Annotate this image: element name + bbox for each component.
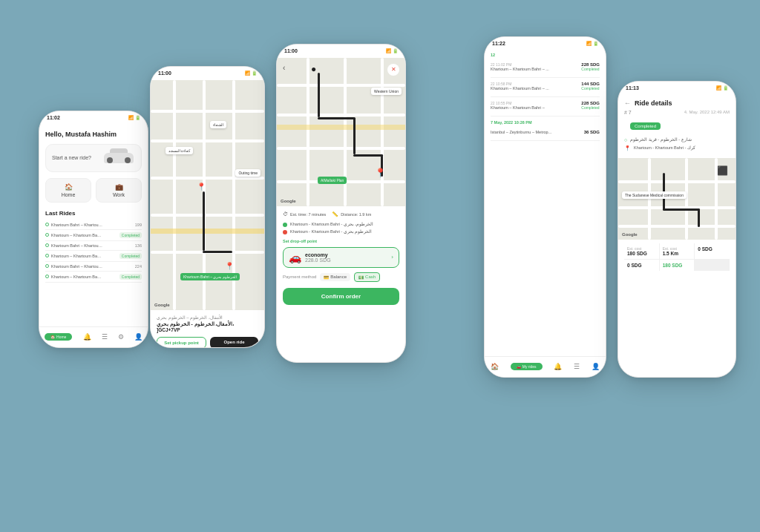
status-bar-4: 11:22 📶🔋 <box>485 37 606 50</box>
ride-route-2: Khartoum – Khartoum Bahri – ... <box>491 86 549 91</box>
vehicle-selector[interactable]: 🚗 economy 228.0 SDG › <box>283 247 399 268</box>
vehicle-name: economy <box>305 252 331 257</box>
nav-menu[interactable]: ☰ <box>102 333 108 341</box>
map-area-5[interactable]: ⬛ The Sudanese Medical commission Google <box>618 158 736 240</box>
map-area-2[interactable]: 📍 📍 Khartoum Bahri – الخرطوم بحري كفاءة … <box>151 80 264 310</box>
payment-label: Payment method <box>283 275 316 279</box>
history-ride-4[interactable]: Istanbul – Zeytinburnu – Metrop... 36 SD… <box>491 126 600 141</box>
work-shortcut-btn[interactable]: 💼 Work <box>96 178 142 203</box>
google-logo-3: Google <box>281 199 296 203</box>
rides-list-1: Khartoum Bahri – Khartoum Bahri – 199 Kh… <box>45 220 142 283</box>
ride-status-2: Completed <box>581 86 600 91</box>
end-pin: 📍 <box>225 262 234 270</box>
ride-amount-2: 144 SDG <box>581 82 600 86</box>
open-ride-btn[interactable]: Open ride <box>210 337 258 348</box>
status-icons-4: 📶🔋 <box>586 41 598 46</box>
google-logo-2: Google <box>154 303 170 307</box>
status-bar-2: 11:00 📶🔋 <box>151 67 264 80</box>
stat-cost: Est. cost 180 SDG <box>624 243 659 259</box>
phone-home: 11:02 📶 🔋 Hello, Mustafa Hashim Start a … <box>39 111 148 348</box>
map-label-5: The Sudanese Medical commission <box>622 191 687 199</box>
ride-header-row: # 7 4. May. 2022 12:49 AM <box>618 110 736 117</box>
nav4-menu[interactable]: ☰ <box>574 363 580 370</box>
car-wheel-left <box>107 157 113 163</box>
map-area-3[interactable]: ‹ ✕ ● 📍 AlMallaki Plan Western Union Goo… <box>277 58 405 206</box>
phone-ride-details: 11:13 📶🔋 ← Ride details # 7 4. May. 2022… <box>618 81 736 378</box>
ride-item-5[interactable]: Khartoum Bahri – Khartoum Bahri – 224 <box>45 262 142 272</box>
dropoff-label: Khartoum Bahri – الخرطوم بحري <box>180 273 240 280</box>
area-label2: الشفاء <box>210 121 226 128</box>
ride-item-6[interactable]: Khartoum – Khartoum Bahri – Completed <box>45 272 142 283</box>
ride-item-4[interactable]: Khartoum – Khartoum Bahri – Completed <box>45 251 142 262</box>
shortcut-buttons: 🏠 Home 💼 Work <box>45 178 142 203</box>
start-icon: ○ <box>624 137 627 142</box>
ride-route-1: Khartoum – Khartoum Bahri – ... <box>491 67 549 72</box>
west-union: Western Union <box>371 88 402 95</box>
vehicle-arrow: › <box>391 254 393 260</box>
detail-route: ○ شارع - الخرطوم - قرية الخرطوم 📍 Kharto… <box>618 137 736 158</box>
route-stops: Khartoum - Khartoum Bahri - الخرطوم، بحر… <box>283 222 399 234</box>
ride-status-3: Completed <box>581 105 600 110</box>
back-arrow-5[interactable]: ← <box>624 99 631 107</box>
nav-settings[interactable]: ⚙ <box>118 333 124 341</box>
close-btn-3[interactable]: ✕ <box>387 64 399 76</box>
pickup-address-label: الأمفال، الخرطوم – الخرطوم بحري <box>157 315 258 320</box>
ride-item-3[interactable]: Khartoum Bahri – Khartoum Bahri – 136 <box>45 241 142 251</box>
ride-item-2[interactable]: Khartoum – Khartoum Bahri – Completed <box>45 230 142 241</box>
stat-extra: 0 SDG <box>695 243 730 259</box>
payment-cash[interactable]: 💵 Cash <box>354 272 380 282</box>
ride-number: # 7 <box>624 110 632 115</box>
history-ride-1[interactable]: 22 11:02 PM Khartoum – Khartoum Bahri – … <box>491 59 600 78</box>
status-icons-2: 📶🔋 <box>245 70 257 76</box>
status-icons-5: 📶🔋 <box>716 85 728 91</box>
nav4-bell[interactable]: 🔔 <box>554 363 562 370</box>
dropoff-label-3: AlMallaki Plan <box>318 177 347 184</box>
car-wheel-right <box>125 157 131 163</box>
history-ride-3[interactable]: 22 10:55 PM Khartoum – Khartoum Bahri – … <box>491 97 600 116</box>
home-label: Home <box>62 192 76 197</box>
set-dropoff-label[interactable]: Set drop-off point <box>283 239 399 243</box>
time-3: 11:00 <box>284 48 298 53</box>
phone4-content: 12 22 11:02 PM Khartoum – Khartoum Bahri… <box>485 50 606 142</box>
nav-home[interactable]: 🏠Home <box>45 333 72 341</box>
ride-details-header: ← Ride details <box>618 95 736 110</box>
history-ride-2[interactable]: 22 10:58 PM Khartoum – Khartoum Bahri – … <box>491 78 600 97</box>
history-date-2: 7 May, 2022 10:26 PM <box>491 116 600 126</box>
work-icon: 💼 <box>115 183 123 191</box>
from-stop: Khartoum - Khartoum Bahri - الخرطوم، بحر… <box>283 222 399 227</box>
home-shortcut-btn[interactable]: 🏠 Home <box>45 178 91 203</box>
phone-ride-history: 11:22 📶🔋 12 22 11:02 PM Khartoum – Khart… <box>484 36 606 378</box>
set-pickup-btn[interactable]: Set pickup point <box>157 337 206 348</box>
bottom-nav-4: 🏠 🚗My rides 🔔 ☰ 👤 <box>485 356 606 377</box>
status-bar-3: 11:00 📶🔋 <box>277 45 405 58</box>
confirm-order-btn[interactable]: Confirm order <box>283 288 399 305</box>
back-arrow-3[interactable]: ‹ <box>283 64 285 72</box>
nav-bell[interactable]: 🔔 <box>83 333 91 341</box>
to-stop: Khartoum - Khartoum Bahri - الخرطوم بحري <box>283 229 399 234</box>
time-2: 11:00 <box>158 70 171 76</box>
phone-route-confirm: 11:00 📶🔋 ‹ ✕ ● 📍 <box>276 44 406 363</box>
nav4-rides[interactable]: 🚗My rides <box>511 363 543 370</box>
start-ride-box[interactable]: Start a new ride? <box>45 144 142 172</box>
time-5: 11:13 <box>626 85 639 91</box>
vehicle-info: 🚗 economy 228.0 SDG <box>289 252 331 263</box>
nav-profile[interactable]: 👤 <box>134 333 142 341</box>
status-bar-5: 11:13 📶🔋 <box>618 82 736 95</box>
route-info: ⏱ Est. time: 7 minutes 📏 Distance: 1.9 k… <box>283 211 399 217</box>
stat-extra2: 0 SDG <box>624 260 659 271</box>
nav4-profile[interactable]: 👤 <box>592 363 600 370</box>
nav4-home[interactable]: 🏠 <box>491 363 499 370</box>
dest-pin-5: ⬛ <box>717 165 728 176</box>
work-label: Work <box>113 192 125 197</box>
payment-balance[interactable]: 💳 Balance <box>320 273 350 281</box>
pickup-code: الأمفال، الخرطوم - الخرطوم بحري، ]GCJ+7V… <box>157 321 258 332</box>
ride-route-4: Istanbul – Zeytinburnu – Metrop... <box>491 130 551 135</box>
car-body <box>104 153 134 163</box>
scene: 11:02 📶 🔋 Hello, Mustafa Hashim Start a … <box>24 22 736 511</box>
start-pin-3: ● <box>311 64 316 74</box>
phone-map-bg: 11:00 📶🔋 📍 📍 Khartoum Bahri – الخرطو <box>150 66 265 348</box>
action-buttons: Set pickup point Open ride <box>157 337 258 348</box>
start-pin: 📍 <box>197 183 206 191</box>
ride-item-1[interactable]: Khartoum Bahri – Khartoum Bahri – 199 <box>45 220 142 230</box>
phone3-bottom: ⏱ Est. time: 7 minutes 📏 Distance: 1.9 k… <box>277 206 405 310</box>
